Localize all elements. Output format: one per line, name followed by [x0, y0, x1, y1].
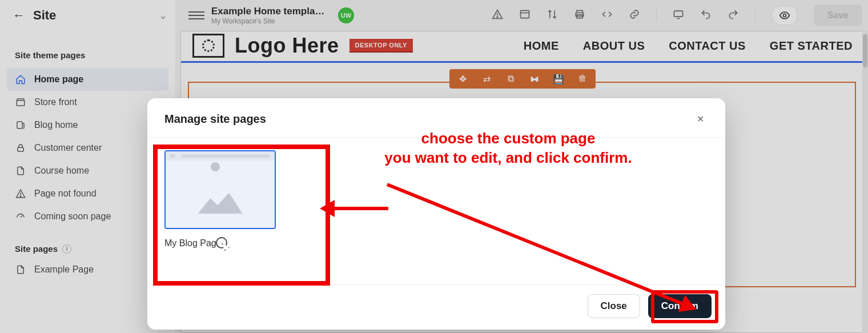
image-placeholder-icon	[166, 161, 275, 228]
modal-title: Manage site pages	[164, 113, 266, 126]
thumb-browser-bar	[166, 151, 275, 161]
page-thumbnail[interactable]	[164, 150, 276, 229]
annotation-line2: you want to edit, and click confirm.	[384, 149, 632, 166]
close-icon[interactable]: ✕	[692, 111, 708, 127]
page-card-my-blog-page[interactable]: My Blog Page	[164, 150, 276, 248]
cursor-pointer-icon	[216, 237, 227, 248]
annotation-arrow-left	[332, 207, 388, 210]
close-button[interactable]: Close	[588, 294, 640, 318]
annotation-line1: choose the custom page	[421, 130, 596, 147]
annotation-text: choose the custom page you want to edit,…	[348, 129, 668, 168]
